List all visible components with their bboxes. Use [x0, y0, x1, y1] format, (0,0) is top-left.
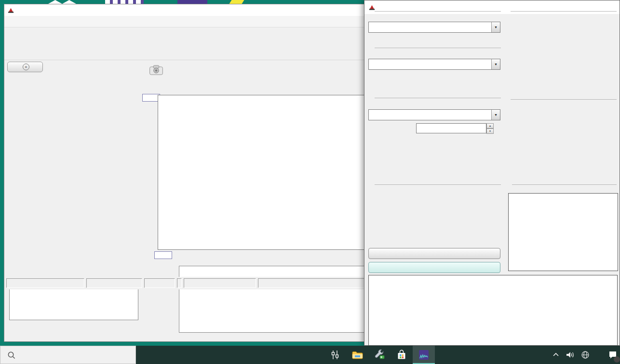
notification-badge — [614, 356, 620, 363]
added-mass-value — [369, 110, 491, 120]
speaker-icon — [566, 351, 575, 359]
desktop-icon-lightning — [229, 0, 244, 4]
write-parameters-button[interactable] — [368, 262, 500, 273]
file-explorer-icon — [351, 349, 363, 361]
desktop-icon-rew — [177, 0, 207, 4]
added-mass-grams-field[interactable] — [416, 123, 486, 133]
tray-network-button[interactable] — [579, 346, 592, 364]
section-motional-impedance — [507, 11, 617, 12]
added-mass-dropdown[interactable]: ▼ — [368, 109, 500, 120]
taskbar-store-button[interactable] — [391, 346, 413, 364]
rew-app-icon — [418, 349, 430, 361]
chevron-left-icon: « — [23, 64, 29, 70]
search-icon — [7, 351, 15, 359]
tray-notification-button[interactable] — [606, 346, 620, 364]
measurement-method-value — [369, 22, 491, 32]
minimize-button[interactable] — [549, 0, 570, 14]
status-spacer — [177, 278, 182, 288]
status-input-level-digits — [184, 278, 256, 288]
section-blocked-impedance — [507, 99, 617, 100]
desktop-icon-mountain — [48, 0, 76, 4]
tray-volume-button[interactable] — [563, 346, 578, 364]
chevron-down-icon[interactable]: ▼ — [491, 110, 500, 120]
x-axis-ticks — [158, 252, 369, 259]
status-bit-depth — [144, 278, 175, 288]
simplified-model-box — [508, 193, 618, 271]
taskbar-rew-button[interactable] — [413, 346, 435, 364]
impedance-phase-plot[interactable] — [158, 95, 369, 250]
taskbar-search[interactable] — [0, 346, 136, 364]
close-button[interactable] — [598, 0, 620, 14]
tray-language-button[interactable] — [593, 346, 598, 364]
results-box — [368, 275, 618, 346]
chevron-up-icon — [552, 351, 560, 359]
y-axis-ticks — [141, 95, 155, 250]
section-measurement-method — [371, 11, 501, 12]
dialog-titlebar[interactable] — [364, 0, 620, 14]
free-air-dropdown[interactable]: ▼ — [368, 59, 500, 70]
tray-expand-button[interactable] — [550, 346, 562, 364]
thiele-small-dialog: ▼ ▼ ▼ ▲▼ — [364, 0, 620, 346]
taskbar-file-explorer-button[interactable] — [346, 346, 368, 364]
system-tray — [550, 346, 620, 364]
chevron-down-icon[interactable]: ▼ — [491, 22, 500, 32]
taskbar-settings-sliders-button[interactable] — [324, 346, 346, 364]
collapse-button[interactable]: « — [7, 62, 43, 72]
free-air-value — [369, 59, 491, 69]
camera-icon — [149, 65, 163, 75]
settings-sliders-icon — [329, 349, 341, 361]
measurement-sidebar: « — [5, 61, 143, 333]
taskbar-utility-button[interactable] — [368, 346, 391, 364]
wrench-icon — [374, 349, 385, 361]
trace-legend-panel — [179, 266, 372, 333]
calculate-parameters-button[interactable] — [368, 248, 500, 259]
section-added-mass — [371, 98, 501, 98]
status-sample-rate — [86, 278, 142, 288]
globe-icon — [581, 351, 590, 359]
status-memory — [6, 278, 84, 288]
maximize-button[interactable] — [573, 0, 595, 14]
section-simplified-model — [508, 184, 617, 185]
dialog-icon — [368, 4, 376, 11]
chevron-down-icon[interactable]: ▼ — [491, 59, 500, 69]
capture-button[interactable] — [146, 65, 167, 83]
measurement-method-dropdown[interactable]: ▼ — [368, 22, 500, 33]
tray-clock[interactable] — [599, 346, 605, 364]
store-icon — [396, 349, 407, 361]
taskbar — [0, 346, 620, 364]
search-input[interactable] — [20, 351, 107, 359]
section-manual-values — [371, 184, 501, 185]
section-free-air — [371, 48, 501, 48]
desktop-icon-grid — [105, 0, 144, 4]
added-mass-spinner[interactable]: ▲▼ — [486, 123, 494, 133]
rew-app-icon — [7, 7, 14, 14]
